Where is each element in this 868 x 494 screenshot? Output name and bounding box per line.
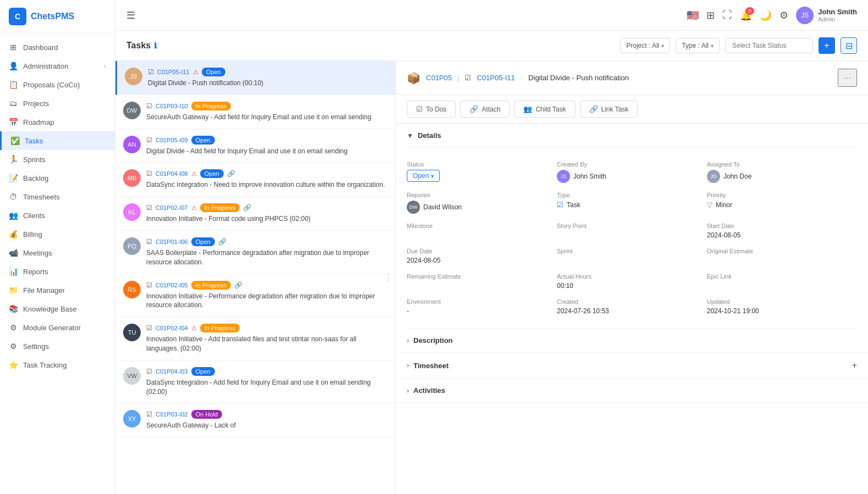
assignee-name: John Doe	[723, 173, 751, 180]
sidebar-item-tasks[interactable]: ✅ Tasks	[0, 131, 115, 150]
sidebar-item-dashboard[interactable]: ⊞ Dashboard	[0, 38, 115, 57]
task-item[interactable]: VW ☑ C01P04-I03 Open DataSync Integratio…	[115, 360, 395, 404]
alert-icon: ⚠	[191, 204, 197, 212]
sidebar-item-meetings[interactable]: 📹 Meetings	[0, 243, 115, 262]
details-toggle[interactable]: ▼ Details	[407, 124, 857, 148]
task-detail-id: C01P05-I11	[477, 74, 515, 82]
task-type-icon: ☑	[146, 368, 152, 375]
sidebar-item-proposals[interactable]: 📋 Proposals (CoCo)	[0, 75, 115, 94]
task-item[interactable]: XY ☑ C01P03-I02 On Hold SecureAuth Gatew…	[115, 403, 395, 437]
sidebar-item-file-manager[interactable]: 📁 File Manager	[0, 281, 115, 299]
add-task-button[interactable]: +	[819, 37, 835, 54]
sidebar-item-settings[interactable]: ⚙ Settings	[0, 337, 115, 356]
sidebar-item-module-generator[interactable]: ⚙ Module Generator	[0, 318, 115, 337]
fullscreen-icon[interactable]: ⛶	[722, 9, 732, 21]
creator-name: John Smith	[573, 173, 606, 180]
todos-tab[interactable]: ☑ To Dos	[407, 101, 456, 118]
sidebar-item-billing[interactable]: 💰 Billing	[0, 225, 115, 243]
dark-mode-icon[interactable]: 🌙	[760, 9, 772, 21]
view-toggle-button[interactable]: ⊟	[841, 37, 857, 54]
avatar: VW	[123, 367, 141, 385]
sprints-icon: 🏃	[9, 155, 18, 164]
child-task-tab[interactable]: 👥 Child Task	[514, 101, 575, 118]
notification-badge: 0	[745, 7, 754, 15]
avatar: KL	[123, 203, 141, 221]
priority-value: ▽ Minor	[707, 201, 850, 209]
sidebar-item-clients[interactable]: 👥 Clients	[0, 206, 115, 225]
task-meta: ☑ C01P04-I08 ⚠ Open 🔗	[146, 169, 388, 178]
actual-hours-value: 00:10	[557, 282, 700, 290]
notifications-icon[interactable]: 🔔 0	[740, 9, 752, 21]
task-content: ☑ C01P04-I08 ⚠ Open 🔗 DataSync Integrati…	[146, 169, 388, 190]
task-item[interactable]: MB ☑ C01P04-I08 ⚠ Open 🔗 DataSync Integr…	[115, 163, 395, 197]
task-list: JS ☑ C01P05-I11 ⚠ Open Digital Divide - …	[115, 61, 396, 494]
task-item[interactable]: TU ☑ C01P02-I04 ⚠ In Progress Innovation…	[115, 317, 395, 360]
menu-toggle-button[interactable]: ☰	[126, 9, 135, 21]
chevron-down-icon: ▾	[711, 43, 714, 49]
task-item[interactable]: KL ☑ C01P02-I07 ⚠ In Progress 🔗 Innovati…	[115, 197, 395, 231]
sidebar-item-administration[interactable]: 👤 Administration ›	[0, 57, 115, 75]
page-title: Tasks ℹ	[126, 41, 157, 51]
task-content: ☑ C01P03-I10 In Progress SecureAuth Gate…	[146, 102, 388, 122]
task-meta: ☑ C01P02-I05 In Progress 🔗	[146, 281, 388, 290]
sidebar-item-sprints[interactable]: 🏃 Sprints	[0, 150, 115, 169]
task-item[interactable]: JS ☑ C01P05-I11 ⚠ Open Digital Divide - …	[115, 61, 395, 95]
task-item[interactable]: DW ☑ C01P03-I10 In Progress SecureAuth G…	[115, 95, 395, 129]
sidebar-item-timesheets[interactable]: ⏱ Timesheets	[0, 187, 115, 206]
assigned-to-label: Assigned To	[707, 161, 850, 168]
sidebar-item-label: Tasks	[25, 137, 43, 145]
sidebar-item-projects[interactable]: 🗂 Projects	[0, 94, 115, 113]
sidebar-item-backlog[interactable]: 📝 Backlog	[0, 169, 115, 187]
task-item[interactable]: AN ☑ C01P05-I09 Open Digital Divide - Ad…	[115, 129, 395, 163]
gear-icon[interactable]: ⚙	[779, 9, 788, 21]
task-tracking-icon: ⭐	[9, 360, 18, 369]
sidebar-item-reports[interactable]: 📊 Reports	[0, 262, 115, 281]
type-filter-dropdown[interactable]: Type : All ▾	[676, 38, 720, 53]
chevron-down-icon: ▾	[431, 173, 434, 179]
administration-icon: 👤	[9, 62, 18, 70]
original-estimate-label: Original Estimate	[707, 248, 850, 254]
type-icon: ☑	[557, 201, 563, 209]
sidebar-item-label: Proposals (CoCo)	[23, 81, 80, 89]
user-profile-button[interactable]: JS John Smith Admin	[796, 7, 857, 24]
task-item[interactable]: RS ☑ C01P02-I05 In Progress 🔗 Innovation…	[115, 274, 395, 318]
sidebar-item-roadmap[interactable]: 📅 Roadmap	[0, 113, 115, 131]
timesheet-toggle[interactable]: › Timesheet +	[396, 353, 868, 378]
task-item[interactable]: PQ ☑ C01P01-I06 Open 🔗 SAAS Boilerplate …	[115, 231, 395, 274]
panel-resize-handle[interactable]: ⋮	[382, 268, 395, 287]
sprint-label: Sprint	[557, 248, 700, 254]
activities-toggle[interactable]: › Activities	[396, 379, 868, 402]
language-flag-icon[interactable]: 🇺🇸	[687, 9, 699, 21]
more-options-button[interactable]: ···	[838, 69, 857, 87]
assigned-to-value: JD John Doe	[707, 170, 850, 183]
apps-grid-icon[interactable]: ⊞	[706, 9, 715, 21]
add-timesheet-button[interactable]: +	[852, 360, 857, 370]
logo-text: ChetsPMS	[31, 12, 74, 21]
child-task-label: Child Task	[535, 106, 566, 113]
type-filter-label: Type : All	[682, 42, 709, 49]
sidebar-item-knowledge-base[interactable]: 📚 Knowledge Base	[0, 299, 115, 318]
attach-icon: 🔗	[469, 105, 478, 113]
avatar: RS	[123, 281, 141, 298]
updated-field: Updated 2024-10-21 19:00	[707, 294, 857, 319]
sidebar-item-label: Knowledge Base	[23, 305, 77, 313]
status-dropdown-button[interactable]: Open ▾	[407, 170, 440, 182]
dashboard-icon: ⊞	[9, 43, 18, 52]
dropbox-project-icon: 📦	[407, 71, 421, 85]
status-field: Status Open ▾	[407, 157, 557, 187]
attach-tab[interactable]: 🔗 Attach	[460, 101, 510, 118]
description-toggle[interactable]: › Description	[396, 329, 868, 352]
main-content: ☰ 🇺🇸 ⊞ ⛶ 🔔 0 🌙 ⚙ JS John Smith Admin	[115, 0, 868, 494]
priority-text: Minor	[716, 201, 732, 209]
sidebar-item-task-tracking[interactable]: ⭐ Task Tracking	[0, 356, 115, 374]
link-task-tab[interactable]: 🔗 Link Task	[580, 101, 638, 118]
task-detail-header: 📦 C01P05 | ☑ C01P05-I11 - Digital Divide…	[396, 61, 868, 95]
status-filter-input[interactable]	[725, 38, 813, 53]
status-label: Status	[407, 161, 550, 168]
milestone-field: Milestone	[407, 218, 557, 243]
status-badge: On Hold	[191, 410, 222, 419]
project-filter-label: Project : All	[626, 42, 659, 49]
project-filter-dropdown[interactable]: Project : All ▾	[620, 38, 670, 53]
created-label: Created	[557, 298, 700, 305]
details-section: ▼ Details Status Open ▾	[396, 124, 868, 329]
